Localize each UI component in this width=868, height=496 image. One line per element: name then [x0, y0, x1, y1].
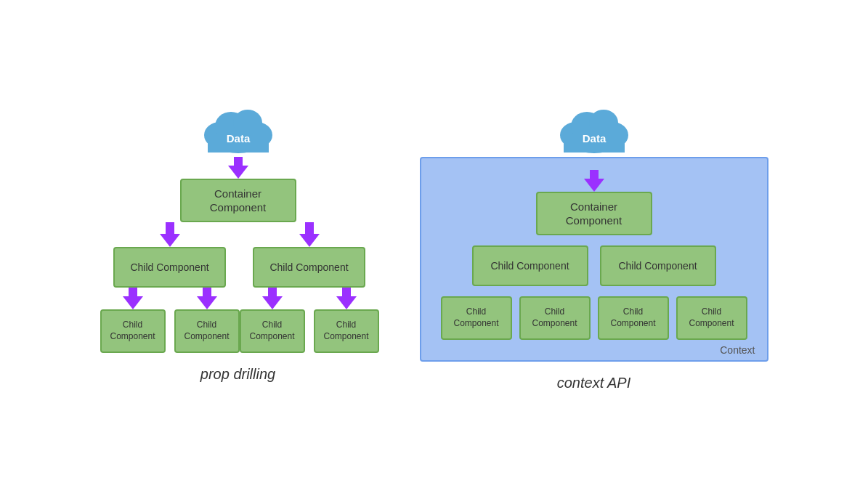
- right-cloud-icon: Data: [554, 105, 634, 157]
- svg-text:Data: Data: [226, 132, 250, 145]
- right-grandchild-2: Child Component: [519, 296, 591, 340]
- diagrams-container: Data Container Component Child Component: [0, 90, 868, 406]
- right-grandchild-4: Child Component: [676, 296, 747, 340]
- left-branch-left: Child Component Child Component Child Co…: [100, 222, 240, 353]
- right-grandchild-1: Child Component: [441, 296, 512, 340]
- left-grandchild-ll: Child Component: [100, 288, 166, 353]
- context-api-diagram: Data Container Component Child Component…: [420, 105, 768, 391]
- right-grandchild-3: Child Component: [598, 296, 669, 340]
- left-diagram-label: prop drilling: [200, 366, 275, 383]
- prop-drilling-diagram: Data Container Component Child Component: [100, 105, 376, 383]
- right-grandchildren-row: Child Component Child Component Child Co…: [441, 296, 747, 340]
- context-box: Container Component Child Component Chil…: [420, 157, 768, 362]
- right-child-right: Child Component: [600, 245, 716, 286]
- left-branch-left-arrow1: [160, 222, 180, 247]
- left-grandchild-rr: Child Component: [314, 288, 379, 353]
- svg-text:Data: Data: [582, 132, 606, 145]
- left-cloud-icon: Data: [198, 105, 278, 157]
- left-child-left-box: Child Component: [113, 247, 226, 288]
- left-container-box: Container Component: [180, 179, 296, 222]
- left-grandchild-lr: Child Component: [174, 288, 240, 353]
- left-branch-right: Child Component Child Component Child Co…: [240, 222, 379, 353]
- left-cloud-wrapper: Data: [198, 105, 278, 179]
- right-children-row: Child Component Child Component: [472, 245, 716, 286]
- left-grandchild-rl: Child Component: [240, 288, 305, 353]
- context-label: Context: [720, 344, 755, 356]
- left-cloud-arrow: [228, 157, 248, 179]
- right-cloud-arrow: [584, 170, 604, 192]
- left-child-right-box: Child Component: [253, 247, 365, 288]
- right-diagram-label: context API: [557, 375, 631, 391]
- right-container-box: Container Component: [536, 192, 652, 235]
- right-cloud-wrapper: Data: [554, 105, 634, 157]
- right-child-left: Child Component: [472, 245, 588, 286]
- left-branch-right-arrow1: [299, 222, 320, 247]
